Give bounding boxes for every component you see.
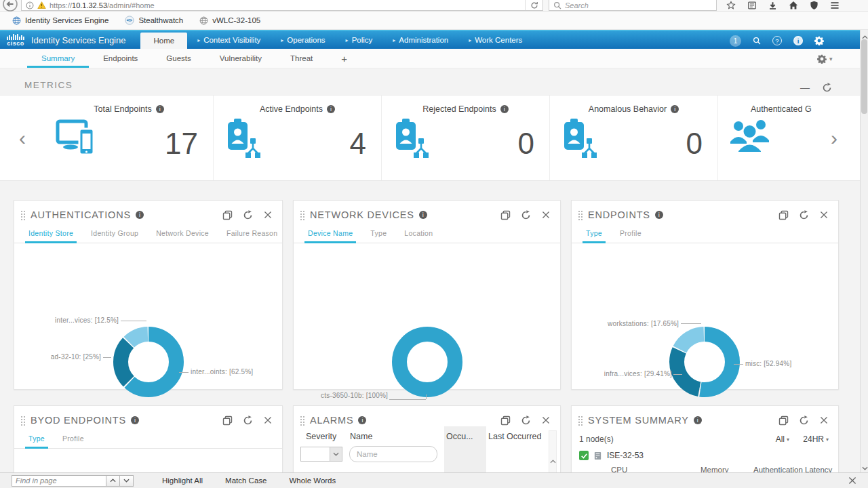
reload-button[interactable] (525, 0, 542, 10)
bookmark-vwlc[interactable]: vWLC-32-105 (194, 16, 266, 25)
tab-profile[interactable]: Profile (620, 229, 642, 243)
downloads-icon[interactable] (768, 1, 777, 10)
close-widget-button[interactable] (541, 415, 551, 425)
tab-profile[interactable]: Profile (62, 434, 84, 448)
shield-icon[interactable] (810, 1, 818, 10)
metrics-scroll-right[interactable]: › (812, 96, 856, 180)
menu-administration[interactable]: ▸Administration (382, 31, 458, 49)
drag-handle-icon[interactable] (20, 210, 26, 220)
security-warning-icon[interactable] (37, 1, 46, 9)
detach-widget-button[interactable] (778, 415, 789, 426)
tab-guests[interactable]: Guests (152, 49, 205, 68)
tab-type[interactable]: Type (28, 434, 45, 448)
detach-widget-button[interactable] (222, 415, 233, 426)
network-devices-donut[interactable] (390, 325, 465, 399)
detach-widget-button[interactable] (778, 210, 789, 220)
tab-failure-reason[interactable]: Failure Reason (226, 229, 277, 243)
tab-type[interactable]: Type (370, 229, 387, 243)
info-icon[interactable]: i (327, 105, 335, 113)
info-icon[interactable]: i (500, 105, 509, 113)
close-widget-button[interactable] (541, 210, 551, 220)
refresh-widget-button[interactable] (521, 415, 531, 426)
tab-summary[interactable]: Summary (27, 49, 89, 68)
endpoints-donut[interactable] (667, 325, 742, 399)
info-icon[interactable]: i (156, 105, 164, 113)
detach-widget-button[interactable] (500, 415, 511, 426)
drag-handle-icon[interactable] (578, 415, 583, 426)
bookmark-stealthwatch[interactable]: Stealthwatch (119, 16, 189, 25)
navbar-gear-icon[interactable] (814, 36, 824, 45)
bookmark-ise[interactable]: Identity Services Engine (7, 16, 114, 25)
refresh-widget-button[interactable] (243, 210, 253, 220)
url-bar[interactable]: https://10.1.32.53/admin/#home (21, 0, 543, 11)
collapse-metrics-button[interactable]: — (800, 82, 810, 93)
select-caret[interactable] (330, 447, 342, 461)
tab-threat[interactable]: Threat (276, 49, 327, 68)
whole-words-button[interactable]: Whole Words (289, 476, 336, 485)
scrollbar-thumb[interactable] (861, 39, 867, 114)
tab-network-device[interactable]: Network Device (156, 229, 209, 243)
refresh-widget-button[interactable] (521, 210, 531, 220)
tab-vulnerability[interactable]: Vulnerability (205, 49, 276, 68)
tab-type[interactable]: Type (586, 229, 602, 243)
find-previous-button[interactable] (106, 475, 120, 487)
refresh-widget-button[interactable] (243, 415, 253, 426)
highlight-all-button[interactable]: Highlight All (162, 476, 203, 485)
detach-widget-button[interactable] (500, 210, 511, 220)
metric-active-endpoints[interactable]: Active Endpointsi 4 (213, 96, 381, 180)
tab-location[interactable]: Location (404, 229, 433, 243)
drag-handle-icon[interactable] (578, 210, 583, 220)
info-icon[interactable]: i (358, 416, 366, 424)
menu-work-centers[interactable]: ▸Work Centers (458, 31, 532, 49)
info-icon[interactable]: i (694, 416, 702, 424)
back-button[interactable] (2, 0, 18, 12)
navbar-info-icon[interactable]: i (793, 36, 803, 45)
browser-search-input[interactable] (565, 1, 687, 9)
time-range-dropdown[interactable]: 24HR▾ (803, 434, 829, 444)
menu-policy[interactable]: ▸Policy (336, 31, 383, 49)
drag-handle-icon[interactable] (300, 210, 305, 220)
drag-handle-icon[interactable] (20, 415, 26, 426)
dashboard-settings[interactable]: ▾ (817, 49, 833, 68)
severity-filter-select[interactable] (300, 447, 342, 462)
close-widget-button[interactable] (819, 415, 829, 425)
info-icon[interactable]: i (131, 416, 139, 424)
find-next-button[interactable] (120, 475, 134, 487)
metric-anomalous-behavior[interactable]: Anomalous Behaviori 0 (549, 96, 717, 180)
menu-home[interactable]: Home (140, 33, 187, 49)
menu-context-visibility[interactable]: ▸Context Visibility (187, 31, 271, 49)
scope-dropdown[interactable]: All▾ (776, 434, 789, 444)
column-severity[interactable]: Severity (306, 432, 336, 441)
info-icon[interactable]: i (671, 105, 679, 113)
bookmark-star-icon[interactable] (726, 1, 736, 10)
find-input[interactable] (12, 475, 106, 487)
close-widget-button[interactable] (819, 210, 829, 220)
help-icon[interactable]: ? (772, 36, 782, 45)
info-icon[interactable]: i (136, 211, 144, 219)
refresh-metrics-button[interactable] (822, 83, 832, 93)
metric-total-endpoints[interactable]: Total Endpointsi 17 (45, 96, 213, 180)
page-info-icon[interactable] (26, 1, 34, 9)
add-tab-button[interactable]: + (327, 49, 361, 68)
hamburger-menu-icon[interactable] (830, 1, 840, 9)
match-case-button[interactable]: Match Case (225, 476, 267, 485)
name-filter-input[interactable] (349, 446, 437, 462)
authentications-donut[interactable] (111, 325, 186, 399)
tab-identity-group[interactable]: Identity Group (91, 229, 138, 243)
navbar-search-icon[interactable] (753, 37, 761, 45)
node-checkbox[interactable] (579, 451, 589, 460)
menu-operations[interactable]: ▸Operations (271, 31, 335, 49)
metric-rejected-endpoints[interactable]: Rejected Endpointsi 0 (381, 96, 549, 180)
scroll-down-arrow[interactable] (861, 464, 868, 472)
drag-handle-icon[interactable] (300, 415, 305, 426)
home-icon[interactable] (789, 1, 798, 10)
column-last-occurred[interactable]: Last Occurred (488, 432, 542, 441)
tab-device-name[interactable]: Device Name (308, 229, 353, 243)
info-icon[interactable]: i (419, 211, 427, 219)
close-findbar-button[interactable] (848, 476, 857, 485)
close-widget-button[interactable] (263, 415, 273, 425)
tab-endpoints[interactable]: Endpoints (89, 49, 152, 68)
refresh-widget-button[interactable] (799, 210, 809, 220)
detach-widget-button[interactable] (222, 210, 233, 220)
node-row[interactable]: ISE-32-53 (579, 451, 644, 460)
